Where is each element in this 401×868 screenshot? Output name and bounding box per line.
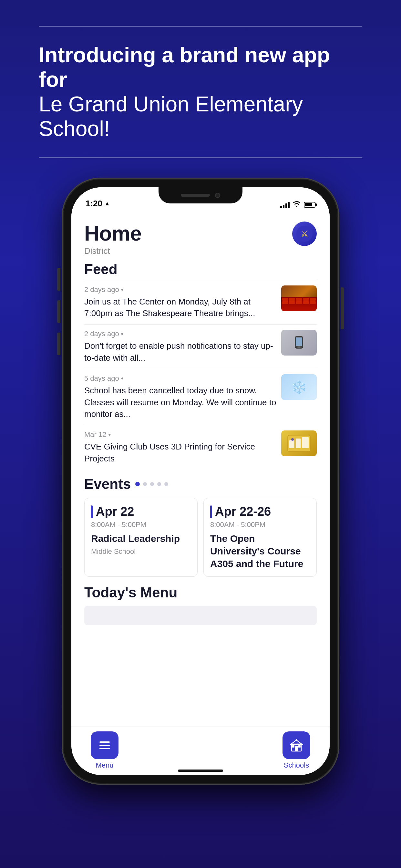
feed-item[interactable]: 2 days ago • Join us at The Center on Mo… [84,280,317,324]
events-title: Events [84,476,131,492]
event-location: Middle School [91,547,191,556]
svg-rect-11 [99,745,110,746]
notch [158,187,243,204]
app-scrollable-content[interactable]: Home District ⚔ Feed [71,212,330,726]
menu-title: Today's Menu [84,585,317,600]
bottom-nav: Menu Scho [71,726,330,775]
events-section: Events [71,469,330,577]
dot-inactive [164,482,168,486]
event-date: Apr 22 [96,505,134,519]
feed-item[interactable]: Mar 12 • CVE Giving Club Uses 3D Printin… [84,425,317,469]
svg-rect-17 [298,745,301,748]
svg-rect-7 [296,438,301,448]
home-title: Home [84,221,142,245]
svg-rect-8 [302,437,309,448]
feed-item-text: 5 days ago • School has been cancelled t… [84,374,281,420]
events-cards: Apr 22 8:00AM - 5:00PM Radical Leadershi… [84,498,317,577]
speaker [181,194,210,197]
event-date: Apr 22-26 [215,505,271,519]
feed-item-text: 2 days ago • Join us at The Center on Mo… [84,285,281,319]
app-header: Home District ⚔ [71,212,330,261]
svg-rect-4 [297,346,301,348]
menu-placeholder [84,606,317,625]
nav-schools-label: Schools [284,761,309,770]
hamburger-icon [98,740,111,750]
dot-active [135,482,140,486]
feed-thumbnail [281,430,317,456]
header-title-group: Home District [84,221,142,256]
svg-rect-12 [99,748,110,749]
event-time: 8:00AM - 5:00PM [210,521,310,529]
svg-text:⚔: ⚔ [301,228,309,239]
svg-rect-3 [296,337,302,346]
wifi-icon [293,201,301,209]
battery-icon [304,202,315,208]
dot-inactive [143,482,147,486]
nav-item-schools[interactable]: Schools [282,732,310,770]
menu-section: Today's Menu [71,577,330,690]
event-name: Radical Leadership [91,532,191,545]
home-indicator [178,770,223,772]
feed-meta: 5 days ago • [84,374,277,383]
feed-section: Feed 2 days ago • Join us at The Center … [71,261,330,470]
school-avatar[interactable]: ⚔ [292,221,317,246]
signal-icon [280,202,289,208]
svg-rect-16 [292,745,295,748]
feed-item-text: 2 days ago • Don't forget to enable push… [84,330,281,364]
feed-item[interactable]: 5 days ago • School has been cancelled t… [84,369,317,425]
svg-rect-6 [289,440,294,448]
dot-inactive [150,482,154,486]
feed-meta: 2 days ago • [84,285,277,294]
status-time: 1:20 ▲ [86,198,110,209]
phone-screen: 1:20 ▲ [71,187,330,775]
promo-header: Introducing a brand new app for Le Grand… [0,0,401,168]
school-logo: ⚔ [297,226,312,242]
feed-meta: 2 days ago • [84,330,277,338]
menu-icon-bg [91,732,119,759]
feed-item[interactable]: 2 days ago • Don't forget to enable push… [84,324,317,369]
event-card[interactable]: Apr 22-26 8:00AM - 5:00PM The Open Unive… [204,498,317,577]
nav-menu-label: Menu [96,761,113,770]
svg-rect-10 [99,741,110,743]
event-accent [210,505,212,518]
camera [215,193,220,198]
feed-body: Don't forget to enable push notification… [84,340,277,364]
feed-title: Feed [84,261,317,277]
school-building-icon [289,739,304,752]
district-subtitle: District [84,246,142,256]
feed-body: CVE Giving Club Uses 3D Printing for Ser… [84,441,277,464]
event-name: The Open University's Course A305 and th… [210,532,310,570]
event-card[interactable]: Apr 22 8:00AM - 5:00PM Radical Leadershi… [84,498,197,577]
svg-point-19 [296,739,297,740]
feed-thumbnail [281,330,317,355]
schools-icon-bg [282,732,310,759]
promo-subtitle: Le Grand Union Elementary School! [39,92,303,141]
feed-thumbnail: ❄️ [281,374,317,400]
events-dots [135,482,168,486]
feed-body: Join us at The Center on Monday, July 8t… [84,296,277,319]
svg-rect-15 [295,746,298,751]
feed-body: School has been cancelled today due to s… [84,384,277,420]
status-icons [280,201,315,209]
svg-point-9 [291,438,294,441]
feed-meta: Mar 12 • [84,430,277,439]
dot-inactive [157,482,161,486]
event-accent [91,505,93,518]
divider-bottom [39,157,362,158]
event-time: 8:00AM - 5:00PM [91,521,191,529]
feed-thumbnail [281,285,317,311]
divider-top [39,26,362,27]
feed-item-text: Mar 12 • CVE Giving Club Uses 3D Printin… [84,430,281,464]
nav-item-menu[interactable]: Menu [91,732,119,770]
promo-title: Introducing a brand new app for Le Grand… [39,43,362,141]
phone-wrapper: 1:20 ▲ [62,178,339,785]
location-arrow-icon: ▲ [104,200,110,207]
events-header: Events [84,476,317,492]
